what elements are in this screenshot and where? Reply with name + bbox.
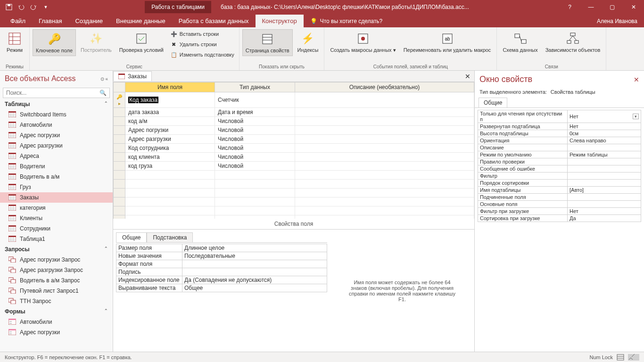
field-type-cell[interactable] [215, 206, 295, 215]
qat-customize-icon[interactable]: ▼ [41, 2, 51, 12]
field-desc-cell[interactable] [295, 206, 474, 215]
field-desc-cell[interactable] [295, 162, 474, 171]
nav-item[interactable]: Адреса [0, 151, 113, 161]
dropdown-icon[interactable]: ▾ [633, 114, 639, 119]
delete-rows-button[interactable]: ✖Удалить строки [168, 40, 236, 49]
row-selector[interactable] [114, 206, 125, 215]
nav-item[interactable]: Клиенты [0, 213, 113, 223]
row-selector[interactable] [114, 144, 125, 153]
builder-button[interactable]: ✨ Построитель [78, 29, 115, 55]
tell-me-search[interactable]: 💡 Что вы хотите сделать? [304, 15, 389, 27]
nav-item[interactable]: Адрес погрузки Запрос [0, 255, 113, 265]
row-selector[interactable] [114, 180, 125, 189]
field-name-cell[interactable]: дата заказа [125, 108, 215, 117]
modify-lookups-button[interactable]: 📋Изменить подстановку [168, 50, 236, 59]
field-name-cell[interactable]: Код сотрудника [125, 144, 215, 153]
ps-prop-value[interactable]: Режим таблицы [568, 151, 641, 158]
redo-icon[interactable] [28, 2, 39, 12]
field-name-cell[interactable] [125, 215, 215, 219]
prop-value[interactable] [182, 260, 327, 268]
ps-prop-value[interactable]: Нет [568, 123, 641, 130]
propsheet-tab-general[interactable]: Общие [479, 98, 507, 107]
field-type-cell[interactable]: Числовой [215, 162, 295, 171]
nav-item[interactable]: Таблица1 [0, 234, 113, 244]
props-tab-general[interactable]: Общие [116, 232, 147, 242]
tab-file[interactable]: Файл [4, 15, 32, 27]
nav-item[interactable]: Сотрудники [0, 223, 113, 234]
nav-search-input[interactable] [3, 88, 97, 98]
help-icon[interactable]: ? [559, 0, 580, 14]
ps-prop-value[interactable] [568, 173, 641, 180]
field-desc-cell[interactable] [295, 180, 474, 189]
tab-external-data[interactable]: Внешние данные [109, 15, 172, 27]
maximize-icon[interactable]: ▢ [602, 0, 623, 14]
indexes-button[interactable]: ⚡ Индексы [295, 29, 322, 55]
nav-item[interactable]: ТТН Запрос [0, 296, 113, 306]
field-name-cell[interactable]: Код заказа [125, 92, 215, 108]
ps-prop-value[interactable]: Нет [568, 208, 641, 215]
ps-prop-value[interactable] [568, 165, 641, 173]
field-desc-cell[interactable] [295, 144, 474, 153]
nav-group[interactable]: Таблицы⌃ [0, 99, 113, 109]
field-type-cell[interactable]: Числовой [215, 117, 295, 126]
view-datasheet-icon[interactable] [617, 354, 628, 361]
field-name-cell[interactable]: код а/м [125, 117, 215, 126]
nav-item[interactable]: Путевой лист Запрос1 [0, 286, 113, 296]
nav-item[interactable]: Адрес разгрузки Запрос [0, 265, 113, 275]
ps-prop-value[interactable]: Да [568, 215, 641, 222]
ps-prop-value[interactable] [568, 194, 641, 201]
nav-item[interactable]: Водители [0, 161, 113, 172]
row-selector[interactable] [114, 108, 125, 117]
primary-key-button[interactable]: 🔑 Ключевое поле [33, 29, 76, 56]
nav-group[interactable]: Запросы⌃ [0, 244, 113, 255]
relationships-button[interactable]: Схема данных [500, 29, 540, 55]
nav-item[interactable]: Адрес погрузки [0, 130, 113, 140]
ps-prop-value[interactable] [568, 158, 641, 165]
object-dependencies-button[interactable]: Зависимости объектов [543, 29, 603, 55]
nav-item[interactable]: Водитель в а/м [0, 172, 113, 182]
nav-item[interactable]: Адрес разгрузки [0, 140, 113, 151]
ps-prop-value[interactable]: Нет▾ [568, 110, 641, 123]
field-name-cell[interactable] [125, 206, 215, 215]
field-name-cell[interactable]: Адрес погрузки [125, 126, 215, 135]
field-desc-cell[interactable] [295, 189, 474, 197]
field-type-cell[interactable] [215, 215, 295, 219]
field-desc-cell[interactable] [295, 153, 474, 162]
prop-value[interactable] [182, 268, 327, 276]
col-data-type[interactable]: Тип данных [215, 82, 295, 92]
field-desc-cell[interactable] [295, 117, 474, 126]
nav-item[interactable]: Водитель в а/м Запрос [0, 275, 113, 286]
search-icon[interactable]: 🔍 [97, 90, 109, 96]
minimize-icon[interactable]: — [580, 0, 602, 14]
field-type-cell[interactable]: Числовой [215, 153, 295, 162]
row-selector[interactable] [114, 126, 125, 135]
create-data-macros-button[interactable]: Создать макросы данных ▾ [327, 29, 398, 55]
field-type-cell[interactable]: Числовой [215, 144, 295, 153]
col-description[interactable]: Описание (необязательно) [295, 82, 474, 92]
ps-prop-value[interactable] [568, 144, 641, 151]
ps-prop-value[interactable] [568, 201, 641, 208]
undo-icon[interactable] [16, 2, 26, 12]
field-type-cell[interactable]: Счетчик [215, 92, 295, 108]
row-selector[interactable] [114, 171, 125, 180]
nav-group[interactable]: Формы⌃ [0, 306, 113, 317]
row-selector[interactable] [114, 117, 125, 126]
row-selector[interactable] [114, 215, 125, 219]
prop-value[interactable]: Последовательные [182, 252, 327, 260]
tab-create[interactable]: Создание [68, 15, 109, 27]
field-type-cell[interactable] [215, 171, 295, 180]
field-desc-cell[interactable] [295, 197, 474, 206]
document-tab-zakazy[interactable]: Заказы [113, 71, 152, 81]
field-desc-cell[interactable] [295, 215, 474, 219]
prop-value[interactable]: Длинное целое [182, 244, 327, 252]
field-type-cell[interactable]: Числовой [215, 135, 295, 144]
nav-item[interactable]: Заказы [0, 192, 113, 203]
row-selector[interactable] [114, 189, 125, 197]
save-icon[interactable] [4, 2, 14, 12]
row-selector[interactable] [114, 135, 125, 144]
nav-dropdown-icon[interactable]: ⊙ « [100, 76, 108, 82]
ps-prop-value[interactable]: [Авто] [568, 187, 641, 194]
field-name-cell[interactable] [125, 197, 215, 206]
ps-prop-value[interactable] [568, 180, 641, 187]
propsheet-close-icon[interactable]: ✕ [634, 76, 639, 83]
